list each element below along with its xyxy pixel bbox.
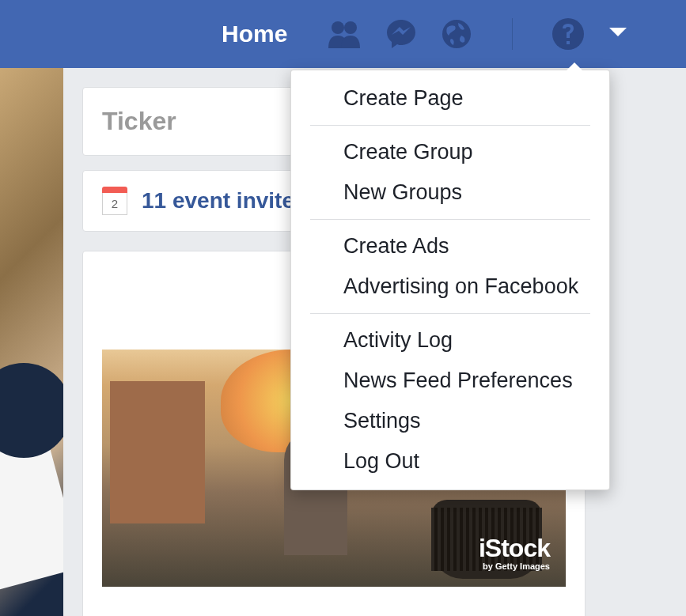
menu-create-group[interactable]: Create Group — [291, 132, 609, 172]
nav-divider — [512, 18, 513, 50]
dropdown-arrow — [565, 62, 584, 72]
help-icon[interactable] — [552, 18, 584, 50]
svg-point-2 — [442, 20, 471, 48]
cover-photo-strip — [0, 68, 63, 616]
nav-icons-group — [327, 18, 628, 50]
menu-news-feed-preferences[interactable]: News Feed Preferences — [291, 361, 609, 401]
dropdown-toggle-icon[interactable] — [608, 26, 628, 42]
menu-create-page[interactable]: Create Page — [291, 78, 609, 119]
friends-icon[interactable] — [327, 20, 362, 48]
calendar-day: 2 — [102, 193, 127, 215]
menu-log-out[interactable]: Log Out — [291, 441, 609, 482]
event-invites-text: 11 event invites — [142, 188, 307, 214]
svg-point-1 — [344, 21, 357, 34]
watermark-brand: iStock — [479, 534, 550, 563]
menu-advertising[interactable]: Advertising on Facebook — [291, 266, 609, 307]
menu-activity-log[interactable]: Activity Log — [291, 320, 609, 361]
svg-point-0 — [332, 21, 344, 34]
calendar-icon: 2 — [102, 187, 127, 215]
menu-create-ads[interactable]: Create Ads — [291, 226, 609, 266]
menu-settings[interactable]: Settings — [291, 401, 609, 441]
watermark-byline: by Getty Images — [479, 561, 550, 571]
menu-divider — [310, 313, 590, 314]
istock-watermark: iStock by Getty Images — [479, 534, 550, 571]
account-dropdown-menu: Create Page Create Group New Groups Crea… — [290, 70, 610, 490]
home-link[interactable]: Home — [222, 21, 287, 47]
messenger-icon[interactable] — [385, 18, 417, 50]
menu-divider — [310, 125, 590, 126]
top-nav: Home — [0, 0, 686, 68]
globe-icon[interactable] — [441, 18, 472, 50]
menu-new-groups[interactable]: New Groups — [291, 172, 609, 213]
menu-divider — [310, 219, 590, 220]
